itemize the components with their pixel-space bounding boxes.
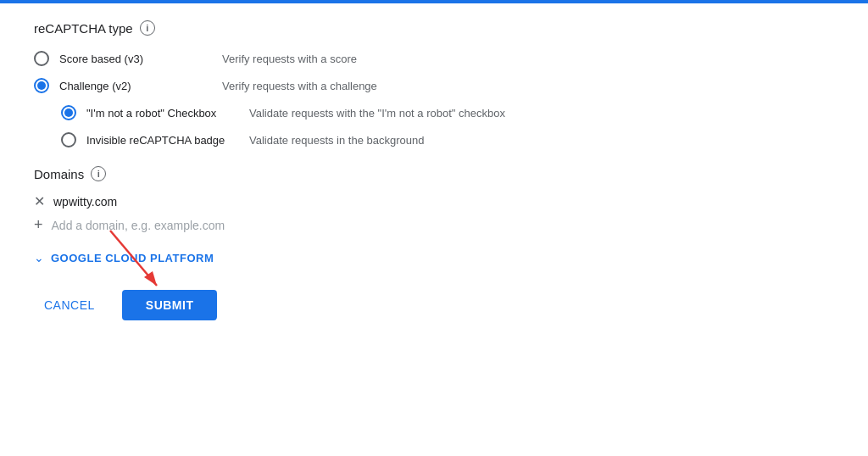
recaptcha-options: Score based (v3) Verify requests with a … [34,47,834,151]
option-invisible-badge[interactable]: Invisible reCAPTCHA badge Validate reque… [34,129,834,151]
radio-im-not-robot[interactable] [61,105,76,120]
recaptcha-section-title: reCAPTCHA type i [34,20,834,36]
recaptcha-info-icon[interactable]: i [140,20,155,36]
domains-title-text: Domains [34,167,84,181]
radio-challenge-v2[interactable] [34,78,49,93]
option-im-not-robot[interactable]: "I'm not a robot" Checkbox Validate requ… [34,102,834,124]
remove-domain-icon[interactable]: ✕ [34,193,45,209]
domains-info-icon[interactable]: i [91,166,106,181]
chevron-down-icon: ⌄ [34,251,44,264]
desc-invisible-badge: Validate requests in the background [249,134,424,147]
option-challenge-v2[interactable]: Challenge (v2) Verify requests with a ch… [34,75,834,97]
cancel-button[interactable]: CANCEL [34,292,105,319]
submit-button[interactable]: SUBMIT [122,290,218,320]
label-invisible-badge: Invisible reCAPTCHA badge [86,134,239,147]
domain-value: wpwitty.com [53,195,117,209]
domains-section-title: Domains i [34,166,834,181]
svg-marker-1 [144,271,157,286]
add-domain-placeholder: Add a domain, e.g. example.com [52,219,225,232]
domain-item: ✕ wpwitty.com [34,193,834,209]
radio-im-not-robot-inner [64,108,73,117]
option-score-based[interactable]: Score based (v3) Verify requests with a … [34,47,834,70]
radio-invisible-badge[interactable] [61,132,76,147]
desc-im-not-robot: Validate requests with the "I'm not a ro… [249,107,505,120]
label-challenge-v2: Challenge (v2) [59,80,212,92]
radio-challenge-v2-inner [37,81,46,90]
gcp-section[interactable]: ⌄ GOOGLE CLOUD PLATFORM [34,251,834,264]
label-score-based: Score based (v3) [59,53,212,65]
desc-score-based: Verify requests with a score [222,53,357,65]
add-domain-plus-icon: + [34,216,43,234]
action-row: CANCEL SUBMIT [34,290,834,320]
label-im-not-robot: "I'm not a robot" Checkbox [86,107,239,120]
gcp-label[interactable]: GOOGLE CLOUD PLATFORM [51,252,214,264]
recaptcha-title-text: reCAPTCHA type [34,21,133,36]
add-domain-row[interactable]: + Add a domain, e.g. example.com [34,216,834,234]
desc-challenge-v2: Verify requests with a challenge [222,80,377,92]
page-container: reCAPTCHA type i Score based (v3) Verify… [0,3,868,337]
radio-score-based[interactable] [34,51,49,66]
